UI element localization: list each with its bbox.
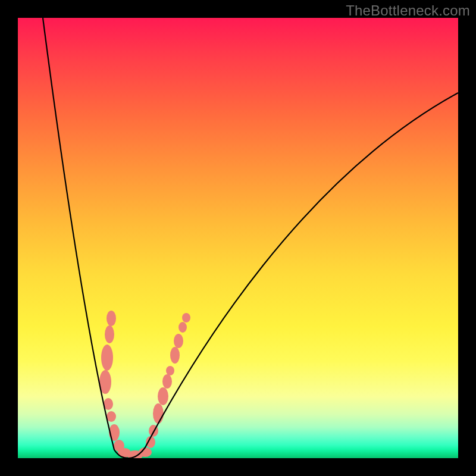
marker-dot bbox=[166, 366, 174, 375]
marker-dot bbox=[107, 411, 116, 422]
marker-dot bbox=[107, 311, 116, 326]
chart-frame: TheBottleneck.com bbox=[0, 0, 476, 476]
marker-dot bbox=[178, 322, 187, 333]
watermark-text: TheBottleneck.com bbox=[346, 2, 470, 19]
marker-dot bbox=[170, 347, 180, 364]
marker-dot bbox=[162, 374, 172, 389]
marker-dot bbox=[105, 325, 114, 343]
marker-dot bbox=[158, 387, 168, 405]
plot-area bbox=[18, 18, 458, 458]
marker-dot bbox=[153, 403, 164, 424]
marker-dot bbox=[174, 334, 183, 348]
marker-dot bbox=[182, 313, 190, 322]
marker-dot bbox=[101, 345, 113, 371]
marker-group bbox=[99, 311, 190, 458]
curve-layer bbox=[18, 18, 458, 458]
